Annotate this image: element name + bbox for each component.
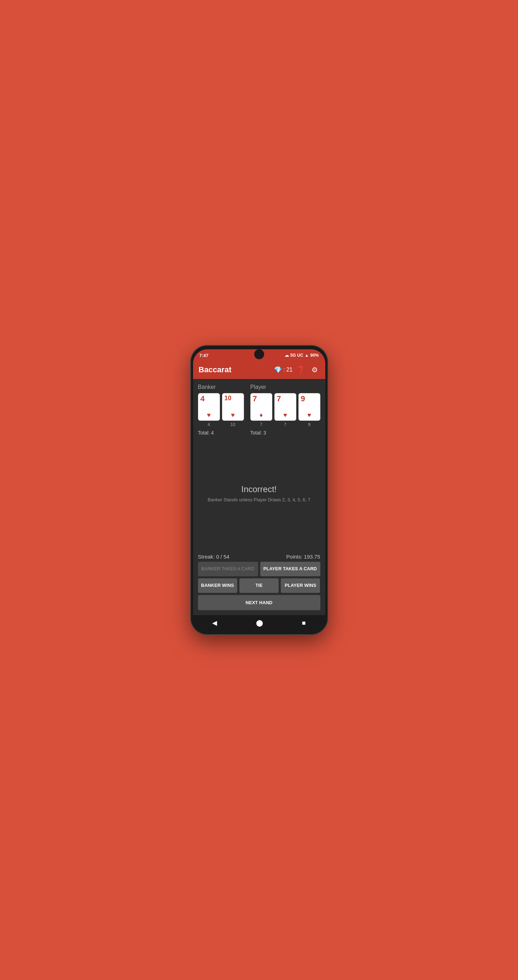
take-card-row: BANKER TAKES A CARD PLAYER TAKES A CARD bbox=[198, 562, 320, 576]
status-icons: ☁ 5G UC ▲ 90% bbox=[285, 353, 319, 358]
network-indicator: 5G UC bbox=[290, 353, 303, 358]
player-card-3-suit: ♥ bbox=[307, 412, 311, 419]
player-card-1-label: 7 bbox=[250, 422, 272, 427]
player-card-1-suit: ♦ bbox=[260, 412, 263, 419]
player-hand-area: Player 7 ♦ 7 7 bbox=[250, 384, 320, 436]
banker-card-1-label: 4 bbox=[198, 422, 220, 427]
banker-label: Banker bbox=[198, 384, 245, 390]
player-cards-row: 7 ♦ 7 7 ♥ 7 bbox=[250, 393, 320, 427]
player-total: Total: 3 bbox=[250, 430, 320, 436]
result-title: Incorrect! bbox=[241, 484, 276, 494]
app-title: Baccarat bbox=[199, 365, 232, 374]
banker-wins-button[interactable]: BANKER WINS bbox=[198, 578, 237, 593]
streak-stat: Streak: 0 / 54 bbox=[198, 554, 230, 560]
player-wins-button[interactable]: PLAYER WINS bbox=[281, 578, 320, 593]
banker-card-2-value: 10 bbox=[225, 395, 232, 401]
player-card-3-label: 9 bbox=[298, 422, 320, 427]
banker-card-1-value: 4 bbox=[201, 395, 205, 402]
settings-icon: ⚙ bbox=[311, 366, 318, 374]
banker-card-1-suit: ♥ bbox=[207, 412, 211, 419]
player-card-1-container: 7 ♦ 7 bbox=[250, 393, 272, 427]
banker-card-1: 4 ♥ bbox=[198, 393, 220, 421]
result-subtitle: Banker Stands unless Player Draws 2, 3, … bbox=[207, 497, 310, 503]
nav-recents-button[interactable]: ■ bbox=[302, 619, 306, 627]
cards-section: Banker 4 ♥ 4 10 bbox=[198, 384, 320, 436]
player-card-2-container: 7 ♥ 7 bbox=[274, 393, 296, 427]
player-card-1: 7 ♦ bbox=[250, 393, 272, 421]
nav-bar: ◀ ⬤ ■ bbox=[193, 615, 325, 631]
app-bar: Baccarat 💎 : 21 ❓ ⚙ bbox=[193, 361, 325, 379]
gem-score-display: 💎 : 21 bbox=[274, 366, 292, 374]
stats-bar: Streak: 0 / 54 Points: 193.75 bbox=[198, 551, 320, 562]
banker-takes-card-button[interactable]: BANKER TAKES A CARD bbox=[198, 562, 258, 576]
banker-hand-area: Banker 4 ♥ 4 10 bbox=[198, 384, 245, 436]
actions-area: BANKER TAKES A CARD PLAYER TAKES A CARD … bbox=[198, 562, 320, 612]
banker-card-2: 10 ♥ bbox=[222, 393, 244, 421]
banker-card-2-container: 10 ♥ 10 bbox=[222, 393, 244, 427]
recents-icon: ■ bbox=[302, 619, 306, 627]
back-icon: ◀ bbox=[212, 619, 217, 627]
next-hand-button[interactable]: NEXT HAND bbox=[198, 595, 320, 610]
banker-card-2-label: 10 bbox=[222, 422, 244, 427]
player-card-2: 7 ♥ bbox=[274, 393, 296, 421]
player-label: Player bbox=[250, 384, 320, 390]
phone-frame: 7:47 ☁ 5G UC ▲ 90% Baccarat 💎 : 21 ❓ bbox=[190, 345, 328, 635]
settings-button[interactable]: ⚙ bbox=[310, 365, 320, 375]
player-card-2-suit: ♥ bbox=[283, 412, 287, 419]
app-bar-right: 💎 : 21 ❓ ⚙ bbox=[274, 365, 319, 375]
banker-card-2-suit: ♥ bbox=[231, 412, 235, 419]
player-card-3-container: 9 ♥ 9 bbox=[298, 393, 320, 427]
player-card-2-label: 7 bbox=[274, 422, 296, 427]
banker-cards-row: 4 ♥ 4 10 ♥ 10 bbox=[198, 393, 245, 427]
status-time: 7:47 bbox=[199, 353, 209, 358]
banker-card-1-container: 4 ♥ 4 bbox=[198, 393, 220, 427]
cloud-icon: ☁ bbox=[285, 353, 289, 358]
points-stat: Points: 193.75 bbox=[286, 554, 320, 560]
gem-value: : bbox=[283, 367, 285, 373]
player-card-3-value: 9 bbox=[301, 395, 305, 402]
tie-button[interactable]: TIE bbox=[239, 578, 279, 593]
gem-number: 21 bbox=[286, 367, 293, 373]
player-card-2-value: 7 bbox=[277, 395, 281, 402]
camera-notch bbox=[254, 349, 264, 359]
nav-back-button[interactable]: ◀ bbox=[212, 619, 217, 627]
main-content: Banker 4 ♥ 4 10 bbox=[193, 379, 325, 615]
gem-icon: 💎 bbox=[274, 366, 282, 374]
help-button[interactable]: ❓ bbox=[296, 365, 306, 375]
player-card-1-value: 7 bbox=[253, 395, 257, 402]
phone-screen: 7:47 ☁ 5G UC ▲ 90% Baccarat 💎 : 21 ❓ bbox=[193, 349, 325, 631]
help-icon: ❓ bbox=[296, 366, 306, 374]
nav-home-button[interactable]: ⬤ bbox=[256, 619, 263, 627]
player-takes-card-button[interactable]: PLAYER TAKES A CARD bbox=[260, 562, 320, 576]
home-icon: ⬤ bbox=[256, 619, 263, 627]
winner-row: BANKER WINS TIE PLAYER WINS bbox=[198, 578, 320, 593]
result-area: Incorrect! Banker Stands unless Player D… bbox=[198, 436, 320, 551]
player-card-3: 9 ♥ bbox=[298, 393, 320, 421]
banker-total: Total: 4 bbox=[198, 430, 245, 436]
battery-indicator: 90% bbox=[310, 353, 319, 358]
signal-icon: ▲ bbox=[305, 353, 309, 358]
